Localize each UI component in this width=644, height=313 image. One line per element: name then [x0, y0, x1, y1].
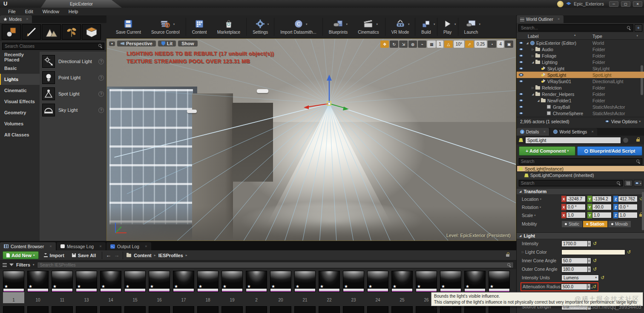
tab-message-log[interactable]: Message Log✕	[57, 242, 106, 250]
ies-thumbnail-image[interactable]: ★	[391, 271, 413, 292]
light-color-swatch[interactable]	[561, 249, 625, 255]
ies-asset[interactable]: ★20	[270, 271, 291, 303]
ies-asset-partial[interactable]	[76, 306, 97, 313]
close-icon[interactable]: ✕	[543, 130, 546, 133]
visibility-toggle[interactable]	[517, 93, 525, 96]
visibility-toggle[interactable]	[517, 73, 525, 76]
rotation-y-field[interactable]: -90.0	[592, 204, 612, 210]
account-avatar[interactable]	[557, 1, 564, 7]
location-z-field[interactable]: 412.762	[618, 196, 638, 202]
placeable-sky-light[interactable]: Sky Light?	[40, 102, 106, 118]
ies-asset-partial[interactable]	[294, 306, 316, 313]
visibility-toggle[interactable]	[517, 99, 525, 102]
chevron-down-icon[interactable]: ▾	[267, 23, 269, 26]
ies-thumbnail-image[interactable]: ★	[294, 271, 316, 292]
lock-icon[interactable]	[636, 139, 640, 142]
ies-asset[interactable]: ★17	[173, 271, 194, 303]
category-all-classes[interactable]: All Classes	[0, 129, 40, 140]
ies-thumbnail-image[interactable]: ★	[489, 271, 510, 292]
ies-thumbnail-image[interactable]: ★	[173, 271, 194, 292]
maximize-viewport-button[interactable]: ▣	[505, 41, 513, 48]
rotate-tool-button[interactable]: ↻	[390, 41, 398, 48]
view-options-button[interactable]: View Options ▾	[605, 119, 641, 124]
placeable-point-light[interactable]: Point Light?	[40, 70, 106, 86]
viewport-3d[interactable]: ▾ Perspective Lit Show ✥ ↻ ⇲ ◍ ⌁ ▦ 1 △ 1…	[106, 38, 516, 241]
ies-thumbnail-image[interactable]: ★	[3, 271, 24, 292]
ies-thumbnail-image[interactable]: ★	[52, 271, 73, 292]
outliner-header[interactable]: Label ▴ Type ▾	[517, 33, 644, 40]
ies-asset[interactable]: ★21	[294, 271, 316, 303]
perspective-button[interactable]: Perspective	[117, 41, 156, 46]
attenuation-radius-field[interactable]: 500.0 ↔	[561, 284, 587, 290]
edit-name-icon[interactable]	[623, 138, 628, 143]
location-x-field[interactable]: -3248.7	[566, 196, 586, 202]
ies-thumbnail-image[interactable]: ★	[319, 271, 340, 292]
placeable-directional-light[interactable]: Directional Light?	[40, 53, 106, 70]
toolbar-content[interactable]: Content	[187, 18, 212, 35]
ies-thumbnail-image[interactable]: ★	[464, 271, 486, 292]
ies-thumbnail-image[interactable]: ★	[197, 271, 218, 292]
ies-asset[interactable]: ★18	[197, 271, 218, 303]
outliner-row-lighting[interactable]: ◢LightingFolder	[517, 59, 644, 65]
component-row-inherited[interactable]: SpotLightComponent (Inherited)	[517, 172, 644, 179]
chevron-down-icon[interactable]: ▾	[173, 23, 175, 26]
ies-thumbnail-image[interactable]: ★	[149, 271, 170, 292]
lock-icon[interactable]	[506, 254, 509, 257]
placeable-spot-light[interactable]: Spot Light?	[40, 86, 106, 102]
category-recently-placed[interactable]: Recently Placed	[0, 52, 40, 63]
close-icon[interactable]: ✕	[49, 245, 52, 248]
ies-asset[interactable]: ★2	[246, 271, 267, 303]
ies-asset-partial[interactable]	[197, 306, 218, 313]
chevron-down-icon[interactable]: ▾	[434, 23, 435, 26]
chevron-down-icon[interactable]: ▾	[376, 23, 378, 26]
location-y-field[interactable]: -1394.2	[592, 196, 612, 202]
landscape-mode-icon[interactable]	[42, 24, 61, 40]
camera-speed-value[interactable]: 4	[497, 41, 504, 48]
expand-open-icon[interactable]: ◢	[531, 93, 535, 96]
ies-asset[interactable]: ★13	[76, 271, 97, 303]
camera-speed-button[interactable]: 🞄	[488, 41, 496, 48]
ies-asset[interactable]: ★16	[149, 271, 170, 303]
geometry-mode-icon[interactable]	[82, 24, 101, 40]
surface-snap-button[interactable]: ⌁	[418, 41, 426, 48]
add-filter-button[interactable]: +	[635, 24, 642, 32]
assets-search-input[interactable]	[37, 262, 514, 268]
paint-mode-icon[interactable]	[22, 24, 41, 40]
section-light[interactable]: ◢ Light	[517, 232, 644, 239]
spinner-icon[interactable]	[588, 241, 591, 247]
ies-asset-partial[interactable]	[246, 306, 267, 313]
ies-thumbnail-image[interactable]: ★	[27, 271, 49, 292]
grid-snap-button[interactable]: ▦	[427, 41, 436, 48]
ies-thumbnail-image[interactable]: ★	[367, 271, 388, 292]
help-icon[interactable]: ?	[98, 107, 104, 113]
column-type[interactable]: Type	[592, 34, 602, 39]
expand-open-icon[interactable]: ◢	[531, 61, 535, 64]
ies-asset[interactable]: ★14	[100, 271, 121, 303]
outliner-row-audio[interactable]: ▷AudioFolder	[517, 46, 644, 52]
expand-closed-icon[interactable]: ▷	[531, 48, 535, 51]
ies-thumbnail-image[interactable]: ★	[270, 271, 291, 292]
visibility-toggle[interactable]	[517, 41, 525, 44]
ies-thumbnail-image[interactable]: ★	[343, 271, 364, 292]
toolbar-settings[interactable]: ▾Settings	[247, 18, 273, 35]
ies-asset-partial[interactable]	[319, 306, 340, 313]
revert-icon[interactable]: ↺	[593, 258, 597, 264]
ies-asset-partial[interactable]	[367, 306, 388, 313]
ies-asset-partial[interactable]	[221, 306, 243, 313]
ies-thumbnail-image[interactable]: ★	[416, 271, 437, 292]
outliner-row-refelction[interactable]: ▷RefelctionFolder	[517, 84, 644, 91]
category-lights[interactable]: Lights	[0, 74, 40, 85]
ies-asset[interactable]: ★23	[343, 271, 364, 303]
outliner-row-grayball[interactable]: GrayBallStaticMeshActor	[517, 104, 644, 110]
expand-open-icon[interactable]: ◢	[525, 41, 529, 45]
ies-thumbnail-image[interactable]: ★	[246, 271, 267, 292]
help-icon[interactable]: ?	[98, 91, 104, 97]
scale-snap-button[interactable]: ⬀	[465, 41, 474, 48]
ies-asset[interactable]: ★1	[3, 271, 24, 303]
visibility-toggle[interactable]	[517, 48, 525, 51]
menu-file[interactable]: File	[3, 9, 20, 14]
close-icon[interactable]: ✕	[99, 245, 102, 248]
property-matrix-button[interactable]	[624, 180, 632, 186]
chevron-down-icon[interactable]: ▾	[408, 23, 410, 26]
toolbar-play[interactable]: ▾Play	[438, 18, 457, 35]
